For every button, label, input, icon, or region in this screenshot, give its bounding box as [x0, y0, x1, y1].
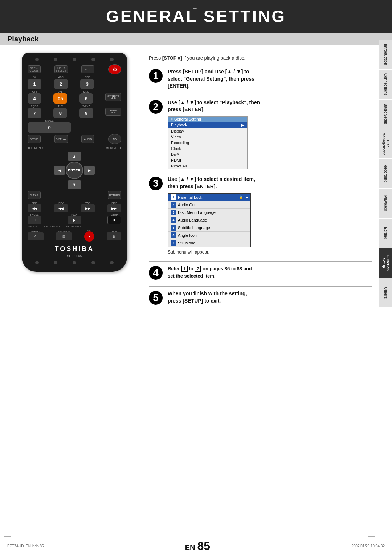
- skip-back-btn[interactable]: |◀◀: [28, 204, 41, 212]
- stop-btn[interactable]: ■: [107, 216, 121, 224]
- btn-5[interactable]: 05: [53, 93, 67, 104]
- step-2-content: Use [▲ / ▼] to select "Playback", thenpr…: [168, 99, 372, 169]
- remote-dot-3: [73, 58, 76, 61]
- transport-row-1: SKIP |◀◀ REV ◀◀ FWD ▶▶ SKIP ▶▶|: [28, 202, 121, 212]
- hdmi-btn[interactable]: HDMI: [81, 65, 94, 73]
- step-3-number: 3: [149, 177, 163, 190]
- osd-item-video: Video: [168, 134, 247, 140]
- osd-item-playback: Playback▶: [168, 122, 247, 128]
- power-btn[interactable]: ⏻: [108, 64, 121, 74]
- display-btn[interactable]: DISPLAY: [54, 135, 68, 143]
- fwd-btn[interactable]: ▶▶: [81, 204, 95, 212]
- section-title: Playback: [7, 35, 385, 43]
- step-4-number: 4: [149, 266, 163, 280]
- sidebar-tab-basic-setup[interactable]: Basic Setup: [379, 100, 392, 129]
- btn-7[interactable]: 7: [28, 108, 41, 118]
- repeat-btn[interactable]: ⟳: [28, 232, 44, 240]
- setup-btn[interactable]: SETUP: [28, 135, 41, 143]
- dpad-right-btn[interactable]: ▶: [84, 166, 95, 175]
- dpad-up-btn[interactable]: ▲: [68, 152, 81, 161]
- main-content: OPEN/ CLOSE INPUT SELECT HDMI ⏻ @/!: [0, 45, 379, 321]
- osd-title-icon: ⚙: [170, 118, 173, 121]
- sidebar-tab-function-setup[interactable]: Function Setup: [379, 248, 392, 278]
- btn-2[interactable]: 2: [54, 79, 68, 89]
- remote-dot-b5: [110, 261, 114, 264]
- sub-item-6: 6 Angle Icon: [168, 232, 250, 239]
- remote-row-2: @/! 1 ABC 2 DEF 3: [28, 76, 121, 89]
- btn-0[interactable]: 0: [28, 122, 71, 133]
- sidebar-tab-recording[interactable]: Recording: [379, 159, 392, 188]
- step-1-content: Press [SETUP] and use [▲ / ▼] toselect "…: [168, 68, 372, 93]
- pause-btn[interactable]: ⏸: [28, 216, 41, 224]
- audio-btn[interactable]: AUDIO: [81, 135, 94, 143]
- btn-4[interactable]: 4: [28, 93, 41, 104]
- rev-btn[interactable]: ◀◀: [54, 204, 68, 212]
- page-footer: E7E7AUD_EN.indb 85 EN 85 2007/01/29 19:0…: [0, 537, 392, 555]
- btn-9[interactable]: 9: [79, 108, 93, 118]
- return-btn[interactable]: RETURN: [108, 191, 121, 199]
- satellite-link-btn[interactable]: SATELLITELINK: [105, 93, 121, 101]
- transport-row-3: REPEAT ⟳ REC MODE ▤ REC ● ZOOM ⊕: [28, 229, 121, 242]
- step-3-block: 3 Use [▲ / ▼] to select a desired item,t…: [149, 176, 372, 255]
- btn-1[interactable]: 1: [28, 79, 41, 89]
- ref-num-7: 7: [195, 266, 201, 272]
- open-close-btn[interactable]: OPEN/ CLOSE: [28, 65, 41, 73]
- dpad-area: ▲ ◀ ENTER ▶ ▼: [28, 152, 121, 189]
- cd-btn[interactable]: CD: [108, 134, 121, 144]
- btn-6[interactable]: 6: [79, 93, 93, 104]
- enter-btn[interactable]: ENTER: [66, 162, 83, 179]
- remote-row-clear-return: CLEAR RETURN: [28, 191, 121, 199]
- step-4-content: Refer 1 to 7 on pages 86 to 88 andset th…: [168, 265, 372, 279]
- osd-item-hdmi: HDMI: [168, 157, 247, 163]
- center-crosshair: [192, 6, 200, 13]
- input-select-btn[interactable]: INPUT SELECT: [54, 65, 68, 73]
- remote-dot-5: [110, 58, 114, 61]
- osd-item-clock: Clock: [168, 146, 247, 151]
- btn-8[interactable]: 8: [53, 108, 67, 118]
- section-title-bar: Playback: [0, 33, 392, 45]
- remote-bottom-dots: [28, 261, 121, 264]
- play-btn[interactable]: ▶: [68, 216, 81, 224]
- remote-control: OPEN/ CLOSE INPUT SELECT HDMI ⏻ @/!: [22, 53, 127, 272]
- btn-3[interactable]: 3: [80, 79, 94, 89]
- osd-item-reset-all: Reset All: [168, 163, 247, 169]
- remote-row-7: TOP MENU MENU/LIST: [28, 146, 121, 150]
- remote-dot-2: [54, 58, 57, 61]
- sidebar-tab-introduction[interactable]: Introduction: [379, 40, 392, 69]
- remote-top-dots: [28, 58, 121, 61]
- osd-title-bar: ⚙ General Setting: [168, 117, 247, 122]
- osd-item-recording: Recording: [168, 140, 247, 146]
- skip-fwd-btn[interactable]: ▶▶|: [107, 204, 121, 212]
- sub-item-2: 2 Audio Out: [168, 201, 250, 209]
- corner-mark-tl: [4, 4, 11, 11]
- footer-en: EN: [185, 543, 195, 552]
- sidebar-tab-editing[interactable]: Editing: [379, 219, 392, 248]
- remote-row-3: GHI 4 JKL 05 MNO 6 SATELLITELINK: [28, 90, 121, 104]
- step-5-number: 5: [149, 291, 163, 305]
- dpad-down-btn[interactable]: ▼: [68, 180, 81, 189]
- dpad-left-btn[interactable]: ◀: [54, 166, 65, 175]
- osd-submenu: 1 Parental Lock 🔒 ▶ 2 Audio Out 3 Disc M…: [168, 193, 251, 247]
- right-sidebar: Introduction Connections Basic Setup Dis…: [379, 40, 392, 307]
- sidebar-tab-playback[interactable]: Playback: [379, 189, 392, 218]
- sidebar-tab-connections[interactable]: Connections: [379, 70, 392, 99]
- corner-mark-tr: [368, 4, 375, 11]
- step-5-text: When you finish with the setting,press […: [168, 290, 372, 304]
- recmode-btn[interactable]: ▤: [56, 232, 72, 240]
- step-3-text: Use [▲ / ▼] to select a desired item,the…: [168, 176, 372, 190]
- step-1-text: Press [SETUP] and use [▲ / ▼] toselect "…: [168, 68, 372, 90]
- step-1-block: 1 Press [SETUP] and use [▲ / ▼] toselect…: [149, 68, 372, 93]
- corner-mark-bl: [4, 530, 11, 537]
- sidebar-tab-disc-management[interactable]: Disc Management: [379, 129, 392, 158]
- sidebar-tab-others[interactable]: Others: [379, 278, 392, 307]
- rec-btn[interactable]: ●: [84, 231, 94, 242]
- step-3-content: Use [▲ / ▼] to select a desired item,the…: [168, 176, 372, 255]
- zoom-btn[interactable]: ⊕: [107, 232, 121, 240]
- toshiba-model: SE-R0265: [28, 254, 121, 258]
- step-5-content: When you finish with the setting,press […: [168, 290, 372, 307]
- remote-dot-b1: [35, 261, 39, 264]
- timer-prog-btn[interactable]: TIMERPROG.: [105, 108, 121, 116]
- footer-page: 85: [197, 539, 211, 553]
- footer-right: 2007/01/29 19:04:32: [351, 544, 385, 548]
- clear-btn[interactable]: CLEAR: [28, 191, 41, 199]
